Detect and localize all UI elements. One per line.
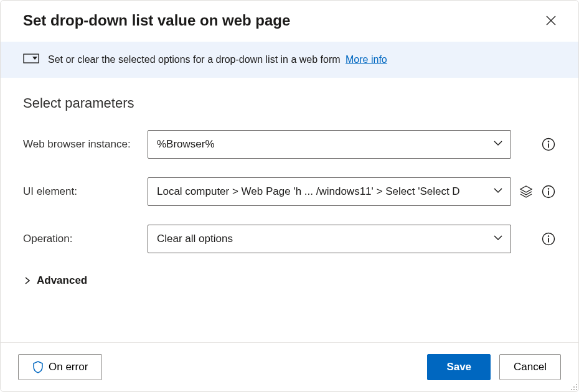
browser-row-icons [519, 137, 556, 152]
info-icon [542, 185, 555, 198]
on-error-label: On error [49, 361, 88, 373]
browser-instance-control [148, 130, 511, 159]
operation-info-button[interactable] [541, 231, 556, 246]
row-operation: Operation: Clear all options [23, 225, 556, 253]
dropdown-glyph-icon [23, 53, 39, 67]
ui-element-picker-button[interactable] [519, 184, 534, 199]
info-text-content: Set or clear the selected options for a … [48, 54, 341, 65]
dialog-title: Set drop-down list value on web page [23, 12, 290, 29]
row-browser-instance: Web browser instance: [23, 130, 556, 159]
svg-point-10 [576, 384, 577, 385]
footer-right: Save Cancel [427, 354, 561, 380]
operation-row-icons [519, 231, 556, 246]
svg-point-2 [548, 141, 549, 142]
svg-rect-9 [548, 238, 549, 243]
ui-element-label: UI element: [23, 185, 140, 198]
svg-point-14 [573, 389, 575, 390]
ui-element-control: Local computer > Web Page 'h ... /window… [148, 177, 511, 206]
info-icon [542, 232, 555, 246]
operation-label: Operation: [23, 233, 140, 245]
svg-point-8 [548, 235, 549, 236]
svg-rect-0 [24, 54, 39, 63]
section-title: Select parameters [23, 95, 556, 111]
info-text: Set or clear the selected options for a … [48, 54, 387, 65]
close-icon [545, 15, 557, 26]
ui-element-select[interactable]: Local computer > Web Page 'h ... /window… [148, 177, 511, 206]
svg-point-5 [548, 188, 549, 189]
save-button[interactable]: Save [427, 354, 491, 380]
svg-point-13 [571, 389, 572, 390]
cancel-button[interactable]: Cancel [499, 354, 561, 380]
info-bar: Set or clear the selected options for a … [1, 42, 578, 78]
operation-control: Clear all options [148, 225, 511, 253]
resize-grip-icon[interactable] [569, 382, 578, 391]
dialog-content: Select parameters Web browser instance: … [1, 78, 578, 342]
browser-info-button[interactable] [541, 137, 556, 152]
svg-rect-6 [548, 191, 549, 195]
browser-instance-label: Web browser instance: [23, 138, 140, 151]
shield-icon [32, 361, 44, 373]
layers-icon [519, 185, 533, 198]
on-error-button[interactable]: On error [18, 354, 102, 380]
browser-instance-input[interactable] [148, 130, 511, 159]
svg-point-15 [576, 389, 577, 390]
ui-element-row-icons [519, 184, 556, 199]
chevron-right-icon [23, 276, 32, 285]
info-icon [542, 138, 555, 151]
close-button[interactable] [541, 11, 561, 30]
svg-point-11 [573, 386, 575, 388]
ui-element-info-button[interactable] [541, 184, 556, 199]
more-info-link[interactable]: More info [346, 54, 387, 65]
operation-select[interactable]: Clear all options [148, 225, 511, 253]
row-ui-element: UI element: Local computer > Web Page 'h… [23, 177, 556, 206]
svg-rect-3 [548, 144, 549, 148]
advanced-label: Advanced [37, 274, 87, 287]
advanced-toggle[interactable]: Advanced [23, 272, 556, 289]
svg-point-12 [576, 386, 577, 388]
dialog-footer: On error Save Cancel [1, 342, 578, 391]
dialog-header: Set drop-down list value on web page [1, 1, 578, 42]
